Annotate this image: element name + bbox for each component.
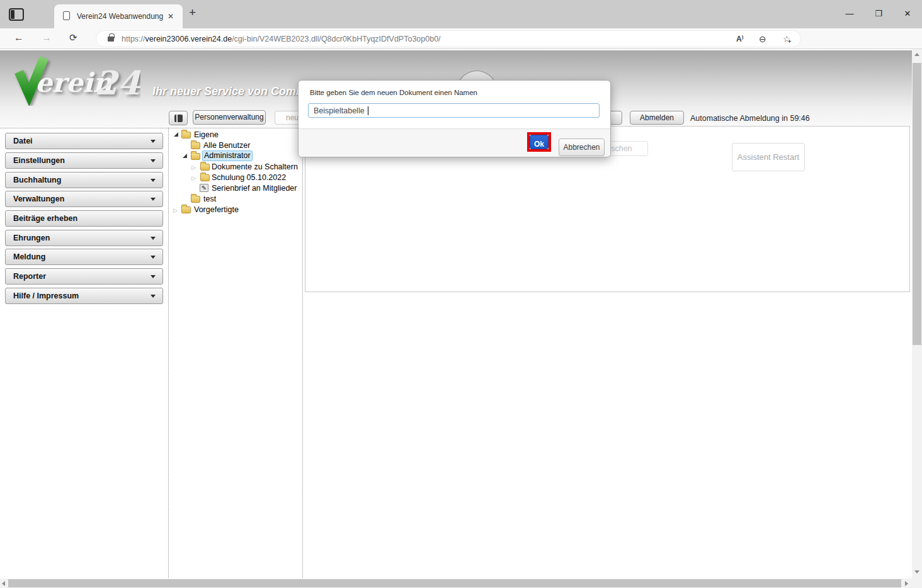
sidebar-item-hilfe-impressum[interactable]: Hilfe / Impressum xyxy=(5,288,163,304)
logo-number-text: 24 xyxy=(94,64,140,102)
forward-button[interactable]: → xyxy=(42,32,52,43)
url-text: https://verein23006.verein24.de/cgi-bin/… xyxy=(122,35,441,43)
tab-title: Verein24 Webanwendung xyxy=(77,12,163,21)
abmelden-button[interactable]: Abmelden xyxy=(630,111,684,125)
vertical-scrollbar[interactable] xyxy=(912,49,922,588)
chevron-down-icon xyxy=(151,295,156,298)
expand-open-icon[interactable] xyxy=(183,154,187,158)
chevron-down-icon xyxy=(151,237,156,240)
back-button[interactable]: ← xyxy=(14,32,24,43)
lock-icon xyxy=(108,37,114,42)
chevron-down-icon xyxy=(151,198,156,201)
folder-icon xyxy=(181,206,191,213)
verein24-logo: erein 24 xyxy=(5,53,140,106)
text-caret xyxy=(368,106,368,115)
read-aloud-icon[interactable]: A) xyxy=(736,34,743,43)
chevron-down-icon xyxy=(151,140,156,143)
web-page: erein 24 Ihr neuer Service von ComMusic … xyxy=(0,49,912,588)
folder-icon xyxy=(191,142,200,149)
tree-item-dokumente-zu-schaltern[interactable]: ▷ Dokumente zu Schaltern xyxy=(170,162,302,172)
expand-open-icon[interactable] xyxy=(174,132,178,137)
sidebar-item-beitraege-erheben[interactable]: Beiträge erheben xyxy=(5,210,163,227)
tab-actions-menu-icon[interactable] xyxy=(9,8,24,21)
new-document-dialog: Bitte geben Sie dem neuen Dokument einen… xyxy=(298,80,611,157)
folder-icon xyxy=(181,132,191,139)
expand-closed-icon[interactable]: ▷ xyxy=(173,205,178,215)
auto-logout-timer: Automatische Abmeldung in 59:46 xyxy=(690,114,810,123)
folder-icon xyxy=(200,164,210,171)
vertical-scrollbar-thumb[interactable] xyxy=(913,63,921,345)
tree-item-administrator[interactable]: Administrator xyxy=(170,151,302,161)
ok-button[interactable]: Ok xyxy=(530,135,549,149)
url-scheme: https:// xyxy=(122,35,145,43)
ok-button-highlight: Ok xyxy=(527,132,551,152)
tree-item-serienbrief[interactable]: ✎ Serienbrief an Mitglieder xyxy=(170,183,302,193)
panel-toggle-icon xyxy=(174,115,183,122)
browser-tab[interactable]: Verein24 Webanwendung ✕ xyxy=(54,4,183,28)
tree-item-schulung[interactable]: ▷ Schulung 05.10.2022 xyxy=(170,172,302,183)
expand-closed-icon[interactable]: ▷ xyxy=(191,173,196,183)
folder-icon xyxy=(200,174,210,181)
dialog-prompt: Bitte geben Sie dem neuen Dokument einen… xyxy=(310,89,477,96)
menu-toggle-button[interactable] xyxy=(169,111,188,125)
chevron-down-icon xyxy=(151,256,156,259)
sidebar-item-datei[interactable]: Datei xyxy=(5,133,163,149)
horizontal-scrollbar-thumb[interactable] xyxy=(8,579,901,587)
window-close-button[interactable]: ✕ xyxy=(898,6,917,21)
page-favicon-icon xyxy=(63,11,70,20)
scroll-left-icon[interactable] xyxy=(2,581,5,586)
sidebar-item-reporter[interactable]: Reporter xyxy=(5,268,163,285)
sidebar-item-verwaltungen[interactable]: Verwaltungen xyxy=(5,191,163,207)
chevron-down-icon xyxy=(151,159,156,162)
document-icon: ✎ xyxy=(200,184,208,192)
refresh-button[interactable]: ⟳ xyxy=(69,32,77,43)
sidebar-item-ehrungen[interactable]: Ehrungen xyxy=(5,230,163,246)
chevron-down-icon xyxy=(151,179,156,182)
sidebar-item-meldung[interactable]: Meldung xyxy=(5,249,163,265)
divider xyxy=(302,128,303,578)
tab-close-icon[interactable]: ✕ xyxy=(165,11,176,22)
tree-item-vorgefertigte[interactable]: ▷ Vorgefertigte xyxy=(170,205,302,215)
browser-address-row: ← → ⟳ https://verein23006.verein24.de/cg… xyxy=(0,28,922,49)
personenverwaltung-button[interactable]: Personenverwaltung xyxy=(193,110,266,125)
window-minimize-button[interactable]: — xyxy=(840,6,859,21)
zoom-out-icon[interactable]: ⊖ xyxy=(759,34,766,44)
expand-closed-icon[interactable]: ▷ xyxy=(191,162,196,172)
chevron-down-icon xyxy=(151,275,156,278)
folder-icon xyxy=(191,153,200,160)
sidebar-item-buchhaltung[interactable]: Buchhaltung xyxy=(5,172,163,188)
cancel-button[interactable]: Abbrechen xyxy=(559,139,605,156)
assistent-restart-button[interactable]: Assistent Restart xyxy=(732,143,805,171)
horizontal-scrollbar[interactable] xyxy=(0,579,912,588)
sidebar-item-einstellungen[interactable]: Einstellungen xyxy=(5,152,163,169)
tree-item-test[interactable]: test xyxy=(170,194,302,204)
url-domain: verein23006.verein24.de xyxy=(145,35,232,43)
browser-tab-bar: Verein24 Webanwendung ✕ + — ❒ ✕ xyxy=(0,0,922,28)
document-name-input[interactable] xyxy=(308,103,600,118)
scroll-right-icon[interactable] xyxy=(905,581,908,586)
tree-item-eigene[interactable]: Eigene xyxy=(170,130,302,140)
add-favorite-icon[interactable]: ☆+ xyxy=(783,34,791,44)
address-bar[interactable]: https://verein23006.verein24.de/cgi-bin/… xyxy=(96,30,801,47)
url-path: /cgi-bin/V24WEB2023.dll/Q8dcr0KbHTyqzIDf… xyxy=(232,35,440,43)
window-maximize-button[interactable]: ❒ xyxy=(869,6,888,21)
selected-tree-label: Administrator xyxy=(202,150,253,161)
tree-item-alle-benutzer[interactable]: Alle Benutzer xyxy=(170,140,302,150)
scroll-up-icon[interactable] xyxy=(914,53,919,56)
divider xyxy=(0,128,303,128)
folder-icon xyxy=(191,196,200,203)
new-tab-button[interactable]: + xyxy=(189,6,196,20)
scroll-down-icon[interactable] xyxy=(914,570,919,574)
divider xyxy=(168,128,169,578)
